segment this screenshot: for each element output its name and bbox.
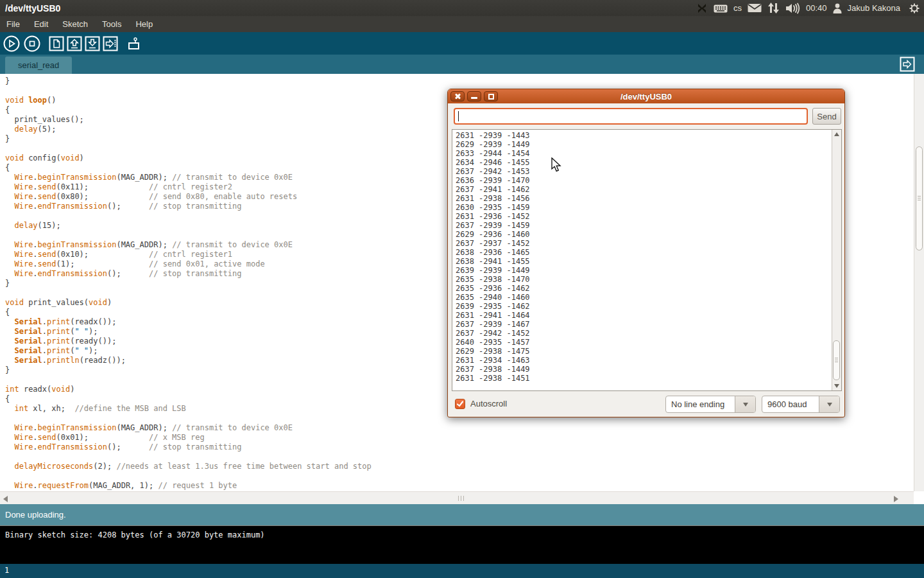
verify-button[interactable] [3,35,21,53]
save-sketch-button[interactable] [85,36,100,51]
baud-rate-select[interactable]: 9600 baud [762,396,840,413]
serial-input[interactable] [454,108,808,125]
serial-monitor-button[interactable] [126,35,142,52]
mail-icon[interactable] [748,3,762,13]
maximize-icon [488,94,494,100]
user-icon [833,3,842,13]
scroll-right-icon[interactable] [894,496,898,502]
new-tab-icon[interactable] [900,57,915,72]
dropdown-arrow-button[interactable] [735,396,755,412]
code-line: Wire.requestFrom(MAG_ADDR, 1); // reques… [5,481,914,491]
send-button[interactable]: Send [812,108,841,125]
scrollbar-grip[interactable] [458,496,464,501]
editor-horizontal-scrollbar[interactable] [0,491,914,504]
menu-tools[interactable]: Tools [102,19,121,29]
autoscroll-label[interactable]: Autoscroll [470,399,507,408]
tab-serial-read[interactable]: serial_read [5,57,72,74]
code-line: Wire.endTransmission(); // stop transmit… [5,442,914,452]
mouse-cursor [551,157,563,175]
baud-rate-value: 9600 baud [762,399,819,409]
minimize-icon [471,97,477,99]
console-text: Binary sketch size: 4208 bytes (of a 307… [0,526,924,539]
code-line [5,471,914,481]
scroll-left-icon[interactable] [3,496,8,502]
panel-window-title: /dev/ttyUSB0 [5,3,60,13]
text-caret [458,111,459,121]
line-ending-select[interactable]: No line ending [665,396,756,413]
stop-button[interactable] [23,35,41,53]
session-gear-icon[interactable] [909,3,920,14]
clock[interactable]: 00:40 [806,3,827,13]
code-line: Wire.send(0x01); // x MSB reg [5,433,914,442]
ide-toolbar [0,32,924,55]
serial-output-area[interactable]: 2631 -2939 -1443 2629 -2939 -1449 2633 -… [452,129,842,391]
username[interactable]: Jakub Kakona [848,3,900,13]
system-tray: cs 00:40 Jakub Kakona [696,0,920,16]
code-line: delayMicroseconds(2); //needs at least 1… [5,462,914,471]
keyboard-icon[interactable] [714,3,728,13]
chevron-down-icon [827,403,832,409]
menu-sketch[interactable]: Sketch [62,19,88,29]
scroll-down-icon[interactable] [834,384,839,388]
autoscroll-checkbox[interactable] [455,399,465,409]
volume-icon[interactable] [785,3,800,14]
check-icon [456,400,464,408]
desktop: /dev/ttyUSB0 cs 00:40 Jakub Kakona [0,0,924,578]
open-sketch-button[interactable] [67,36,82,51]
code-line: } [5,76,914,86]
serial-scrollbar-thumb[interactable] [833,340,840,380]
serial-scrollbar[interactable] [832,130,841,390]
chevron-down-icon [743,403,748,409]
status-message: Done uploading. [5,510,66,520]
line-ending-value: No line ending [666,399,735,409]
menu-help[interactable]: Help [135,19,153,29]
code-line [5,452,914,462]
line-number-bar: 1 [0,564,924,578]
close-button[interactable] [450,91,465,101]
serial-monitor-window: /dev/ttyUSB0 Send 2631 -2939 -1443 2629 … [447,89,845,417]
editor-vertical-scrollbar-thumb[interactable] [916,146,923,250]
serial-monitor-titlebar[interactable]: /dev/ttyUSB0 [448,89,844,103]
top-panel: /dev/ttyUSB0 cs 00:40 Jakub Kakona [0,0,924,16]
minimize-button[interactable] [467,91,481,101]
menu-edit[interactable]: Edit [34,19,48,29]
upload-button[interactable] [103,36,118,51]
console-output: Binary sketch size: 4208 bytes (of a 307… [0,525,924,564]
close-icon [454,93,461,100]
status-bar: Done uploading. [0,504,924,525]
serial-output-text: 2631 -2939 -1443 2629 -2939 -1449 2633 -… [452,130,841,383]
line-number: 1 [4,564,9,577]
network-icon[interactable] [767,3,779,13]
serial-monitor-title: /dev/ttyUSB0 [448,92,844,101]
menu-file[interactable]: File [6,19,20,29]
tab-label: serial_read [18,60,59,70]
keyboard-layout-label[interactable]: cs [733,3,742,13]
scroll-up-icon[interactable] [834,132,839,136]
editor-vertical-scrollbar[interactable] [914,74,924,491]
maximize-button[interactable] [484,91,498,101]
new-sketch-button[interactable] [49,36,64,51]
dropdown-arrow-button[interactable] [819,396,839,412]
indicator-app-icon[interactable] [696,3,708,14]
menu-bar: File Edit Sketch Tools Help [0,16,924,32]
tab-bar: serial_read [0,55,924,74]
code-line: Wire.beginTransmission(MAG_ADDR); // tra… [5,423,914,433]
